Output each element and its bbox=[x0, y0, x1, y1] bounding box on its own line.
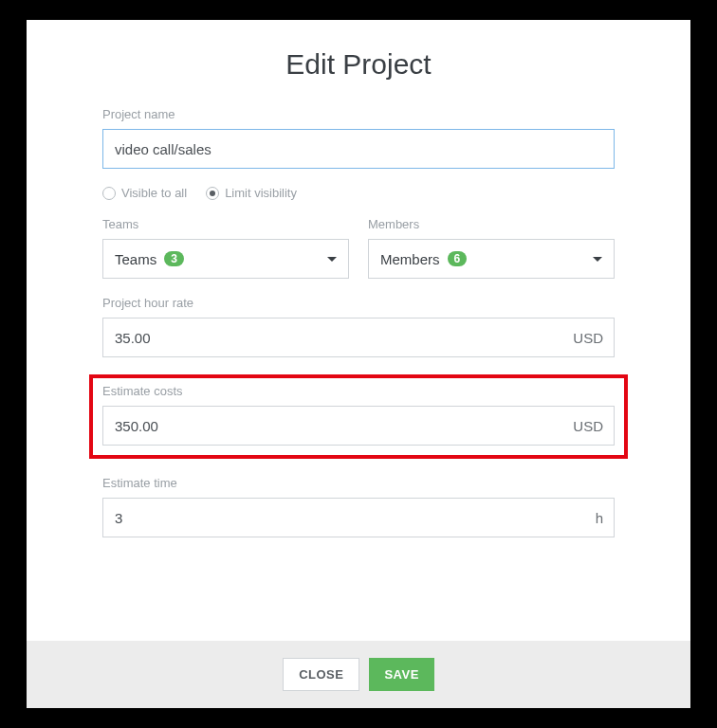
estimate-time-wrapper: h bbox=[102, 498, 615, 537]
limit-visibility-option[interactable]: Limit visibility bbox=[206, 186, 297, 200]
hour-rate-wrapper: USD bbox=[102, 318, 615, 357]
members-count-badge: 6 bbox=[448, 251, 468, 266]
radio-icon bbox=[206, 187, 219, 200]
project-name-input[interactable] bbox=[102, 129, 615, 169]
teams-col: Teams Teams 3 bbox=[102, 217, 349, 279]
members-label: Members bbox=[368, 217, 615, 231]
teams-count-badge: 3 bbox=[164, 251, 184, 266]
members-select-label: Members bbox=[380, 251, 440, 267]
project-name-label: Project name bbox=[102, 107, 615, 121]
project-name-group: Project name bbox=[102, 107, 615, 169]
teams-label: Teams bbox=[102, 217, 349, 231]
hour-rate-suffix: USD bbox=[573, 330, 603, 346]
teams-select-left: Teams 3 bbox=[115, 251, 184, 267]
hour-rate-label: Project hour rate bbox=[102, 296, 615, 310]
estimate-costs-suffix: USD bbox=[573, 418, 603, 434]
estimate-costs-group: Estimate costs USD bbox=[102, 384, 615, 446]
estimate-time-suffix: h bbox=[596, 510, 603, 526]
estimate-time-label: Estimate time bbox=[102, 476, 615, 490]
estimate-costs-input[interactable] bbox=[102, 406, 615, 446]
modal-body: Edit Project Project name Visible to all… bbox=[27, 20, 690, 641]
hour-rate-group: Project hour rate USD bbox=[102, 296, 615, 357]
chevron-down-icon bbox=[327, 257, 337, 262]
estimate-time-input[interactable] bbox=[102, 498, 615, 537]
members-select[interactable]: Members 6 bbox=[368, 239, 615, 279]
estimate-time-group: Estimate time h bbox=[102, 476, 615, 537]
chevron-down-icon bbox=[593, 257, 602, 262]
estimate-costs-highlight: Estimate costs USD bbox=[89, 374, 628, 459]
visible-to-all-label: Visible to all bbox=[121, 186, 187, 200]
hour-rate-input[interactable] bbox=[102, 318, 615, 357]
visible-to-all-option[interactable]: Visible to all bbox=[102, 186, 187, 200]
estimate-costs-wrapper: USD bbox=[102, 406, 615, 446]
close-button[interactable]: CLOSE bbox=[283, 658, 359, 691]
modal-footer: CLOSE SAVE bbox=[27, 641, 690, 708]
radio-icon bbox=[102, 187, 116, 200]
select-row: Teams Teams 3 Members Members 6 bbox=[102, 217, 615, 279]
save-button[interactable]: SAVE bbox=[369, 658, 433, 691]
estimate-costs-label: Estimate costs bbox=[102, 384, 615, 398]
limit-visibility-label: Limit visibility bbox=[225, 186, 297, 200]
visibility-radios: Visible to all Limit visibility bbox=[102, 186, 615, 200]
members-col: Members Members 6 bbox=[368, 217, 615, 279]
modal-title: Edit Project bbox=[102, 48, 615, 81]
edit-project-modal: Edit Project Project name Visible to all… bbox=[27, 20, 690, 708]
members-select-left: Members 6 bbox=[380, 251, 467, 267]
teams-select-label: Teams bbox=[115, 251, 156, 267]
teams-select[interactable]: Teams 3 bbox=[102, 239, 349, 279]
